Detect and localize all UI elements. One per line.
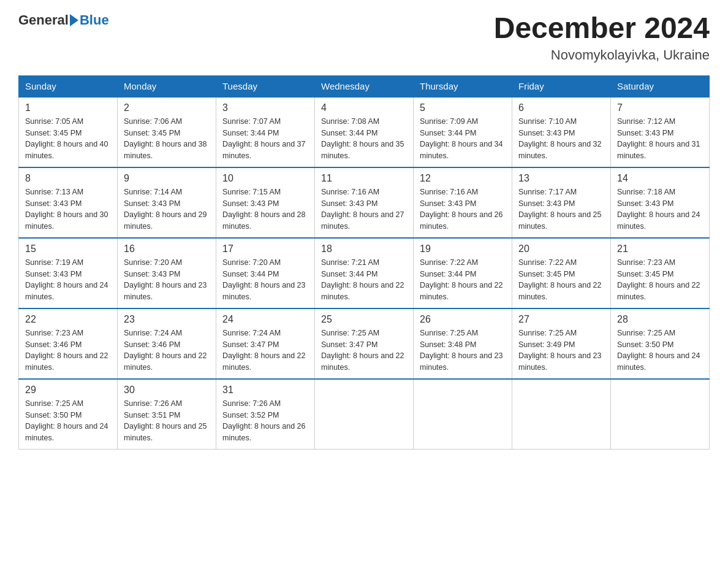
day-header-sunday: Sunday bbox=[19, 75, 118, 97]
day-info: Sunrise: 7:10 AM Sunset: 3:43 PM Dayligh… bbox=[518, 116, 604, 162]
calendar-subtitle: Novomykolayivka, Ukraine bbox=[494, 47, 710, 63]
day-header-saturday: Saturday bbox=[611, 75, 710, 97]
day-number: 14 bbox=[617, 173, 703, 184]
day-info: Sunrise: 7:17 AM Sunset: 3:43 PM Dayligh… bbox=[518, 186, 604, 232]
calendar-cell: 11 Sunrise: 7:16 AM Sunset: 3:43 PM Dayl… bbox=[315, 167, 414, 238]
week-row-2: 8 Sunrise: 7:13 AM Sunset: 3:43 PM Dayli… bbox=[19, 167, 710, 238]
day-number: 11 bbox=[321, 173, 407, 184]
day-header-friday: Friday bbox=[512, 75, 611, 97]
day-number: 1 bbox=[25, 102, 111, 113]
day-number: 13 bbox=[518, 173, 604, 184]
day-number: 28 bbox=[617, 314, 703, 325]
calendar-cell: 31 Sunrise: 7:26 AM Sunset: 3:52 PM Dayl… bbox=[216, 379, 315, 450]
calendar-cell: 27 Sunrise: 7:25 AM Sunset: 3:49 PM Dayl… bbox=[512, 308, 611, 379]
day-info: Sunrise: 7:15 AM Sunset: 3:43 PM Dayligh… bbox=[222, 186, 308, 232]
day-info: Sunrise: 7:26 AM Sunset: 3:51 PM Dayligh… bbox=[124, 398, 210, 444]
logo: General Blue bbox=[18, 12, 109, 28]
day-number: 7 bbox=[617, 102, 703, 113]
calendar-title: December 2024 bbox=[494, 12, 710, 45]
day-info: Sunrise: 7:25 AM Sunset: 3:47 PM Dayligh… bbox=[321, 327, 407, 373]
day-number: 23 bbox=[124, 314, 210, 325]
day-info: Sunrise: 7:12 AM Sunset: 3:43 PM Dayligh… bbox=[617, 116, 703, 162]
day-info: Sunrise: 7:24 AM Sunset: 3:46 PM Dayligh… bbox=[124, 327, 210, 373]
calendar-cell: 23 Sunrise: 7:24 AM Sunset: 3:46 PM Dayl… bbox=[118, 308, 216, 379]
logo-general-text: General bbox=[18, 12, 69, 28]
day-info: Sunrise: 7:21 AM Sunset: 3:44 PM Dayligh… bbox=[321, 257, 407, 303]
day-info: Sunrise: 7:05 AM Sunset: 3:45 PM Dayligh… bbox=[25, 116, 111, 162]
day-info: Sunrise: 7:18 AM Sunset: 3:43 PM Dayligh… bbox=[617, 186, 703, 232]
calendar-cell: 9 Sunrise: 7:14 AM Sunset: 3:43 PM Dayli… bbox=[118, 167, 216, 238]
header-row: SundayMondayTuesdayWednesdayThursdayFrid… bbox=[19, 75, 710, 97]
day-number: 16 bbox=[124, 243, 210, 255]
calendar-cell: 30 Sunrise: 7:26 AM Sunset: 3:51 PM Dayl… bbox=[118, 379, 216, 450]
calendar-table: SundayMondayTuesdayWednesdayThursdayFrid… bbox=[18, 75, 710, 450]
day-number: 12 bbox=[420, 173, 506, 184]
calendar-cell: 19 Sunrise: 7:22 AM Sunset: 3:44 PM Dayl… bbox=[414, 238, 512, 308]
calendar-cell: 7 Sunrise: 7:12 AM Sunset: 3:43 PM Dayli… bbox=[611, 97, 710, 167]
day-number: 19 bbox=[420, 243, 506, 255]
day-number: 9 bbox=[124, 173, 210, 184]
day-number: 24 bbox=[222, 314, 308, 325]
title-block: December 2024 Novomykolayivka, Ukraine bbox=[494, 12, 710, 63]
calendar-cell bbox=[611, 379, 710, 450]
calendar-cell bbox=[414, 379, 512, 450]
day-number: 2 bbox=[124, 102, 210, 113]
week-row-5: 29 Sunrise: 7:25 AM Sunset: 3:50 PM Dayl… bbox=[19, 379, 710, 450]
day-info: Sunrise: 7:25 AM Sunset: 3:48 PM Dayligh… bbox=[420, 327, 506, 373]
day-info: Sunrise: 7:25 AM Sunset: 3:49 PM Dayligh… bbox=[518, 327, 604, 373]
day-number: 3 bbox=[222, 102, 308, 113]
calendar-cell: 22 Sunrise: 7:23 AM Sunset: 3:46 PM Dayl… bbox=[19, 308, 118, 379]
day-info: Sunrise: 7:25 AM Sunset: 3:50 PM Dayligh… bbox=[617, 327, 703, 373]
day-number: 30 bbox=[124, 385, 210, 396]
day-info: Sunrise: 7:22 AM Sunset: 3:45 PM Dayligh… bbox=[518, 257, 604, 303]
calendar-cell: 29 Sunrise: 7:25 AM Sunset: 3:50 PM Dayl… bbox=[19, 379, 118, 450]
day-header-monday: Monday bbox=[118, 75, 216, 97]
day-number: 29 bbox=[25, 385, 111, 396]
day-header-thursday: Thursday bbox=[414, 75, 512, 97]
page-header: General Blue December 2024 Novomykolayiv… bbox=[18, 12, 710, 63]
calendar-cell: 18 Sunrise: 7:21 AM Sunset: 3:44 PM Dayl… bbox=[315, 238, 414, 308]
day-info: Sunrise: 7:14 AM Sunset: 3:43 PM Dayligh… bbox=[124, 186, 210, 232]
day-number: 18 bbox=[321, 243, 407, 255]
calendar-cell: 1 Sunrise: 7:05 AM Sunset: 3:45 PM Dayli… bbox=[19, 97, 118, 167]
day-number: 17 bbox=[222, 243, 308, 255]
day-info: Sunrise: 7:22 AM Sunset: 3:44 PM Dayligh… bbox=[420, 257, 506, 303]
day-info: Sunrise: 7:25 AM Sunset: 3:50 PM Dayligh… bbox=[25, 398, 111, 444]
calendar-cell: 6 Sunrise: 7:10 AM Sunset: 3:43 PM Dayli… bbox=[512, 97, 611, 167]
day-info: Sunrise: 7:09 AM Sunset: 3:44 PM Dayligh… bbox=[420, 116, 506, 162]
calendar-cell: 4 Sunrise: 7:08 AM Sunset: 3:44 PM Dayli… bbox=[315, 97, 414, 167]
week-row-3: 15 Sunrise: 7:19 AM Sunset: 3:43 PM Dayl… bbox=[19, 238, 710, 308]
day-number: 22 bbox=[25, 314, 111, 325]
day-info: Sunrise: 7:07 AM Sunset: 3:44 PM Dayligh… bbox=[222, 116, 308, 162]
day-info: Sunrise: 7:26 AM Sunset: 3:52 PM Dayligh… bbox=[222, 398, 308, 444]
calendar-cell: 10 Sunrise: 7:15 AM Sunset: 3:43 PM Dayl… bbox=[216, 167, 315, 238]
day-info: Sunrise: 7:13 AM Sunset: 3:43 PM Dayligh… bbox=[25, 186, 111, 232]
day-header-tuesday: Tuesday bbox=[216, 75, 315, 97]
day-info: Sunrise: 7:24 AM Sunset: 3:47 PM Dayligh… bbox=[222, 327, 308, 373]
day-info: Sunrise: 7:16 AM Sunset: 3:43 PM Dayligh… bbox=[321, 186, 407, 232]
day-number: 10 bbox=[222, 173, 308, 184]
day-number: 25 bbox=[321, 314, 407, 325]
calendar-cell: 3 Sunrise: 7:07 AM Sunset: 3:44 PM Dayli… bbox=[216, 97, 315, 167]
day-info: Sunrise: 7:23 AM Sunset: 3:46 PM Dayligh… bbox=[25, 327, 111, 373]
calendar-cell: 28 Sunrise: 7:25 AM Sunset: 3:50 PM Dayl… bbox=[611, 308, 710, 379]
calendar-cell bbox=[315, 379, 414, 450]
calendar-cell: 15 Sunrise: 7:19 AM Sunset: 3:43 PM Dayl… bbox=[19, 238, 118, 308]
week-row-1: 1 Sunrise: 7:05 AM Sunset: 3:45 PM Dayli… bbox=[19, 97, 710, 167]
day-number: 21 bbox=[617, 243, 703, 255]
calendar-cell: 13 Sunrise: 7:17 AM Sunset: 3:43 PM Dayl… bbox=[512, 167, 611, 238]
day-number: 4 bbox=[321, 102, 407, 113]
day-info: Sunrise: 7:20 AM Sunset: 3:43 PM Dayligh… bbox=[124, 257, 210, 303]
calendar-cell: 17 Sunrise: 7:20 AM Sunset: 3:44 PM Dayl… bbox=[216, 238, 315, 308]
calendar-cell: 21 Sunrise: 7:23 AM Sunset: 3:45 PM Dayl… bbox=[611, 238, 710, 308]
logo-blue-text: Blue bbox=[80, 12, 109, 28]
day-number: 27 bbox=[518, 314, 604, 325]
week-row-4: 22 Sunrise: 7:23 AM Sunset: 3:46 PM Dayl… bbox=[19, 308, 710, 379]
day-number: 6 bbox=[518, 102, 604, 113]
day-number: 31 bbox=[222, 385, 308, 396]
day-number: 15 bbox=[25, 243, 111, 255]
calendar-cell: 25 Sunrise: 7:25 AM Sunset: 3:47 PM Dayl… bbox=[315, 308, 414, 379]
calendar-cell: 5 Sunrise: 7:09 AM Sunset: 3:44 PM Dayli… bbox=[414, 97, 512, 167]
calendar-cell: 16 Sunrise: 7:20 AM Sunset: 3:43 PM Dayl… bbox=[118, 238, 216, 308]
calendar-cell: 12 Sunrise: 7:16 AM Sunset: 3:43 PM Dayl… bbox=[414, 167, 512, 238]
